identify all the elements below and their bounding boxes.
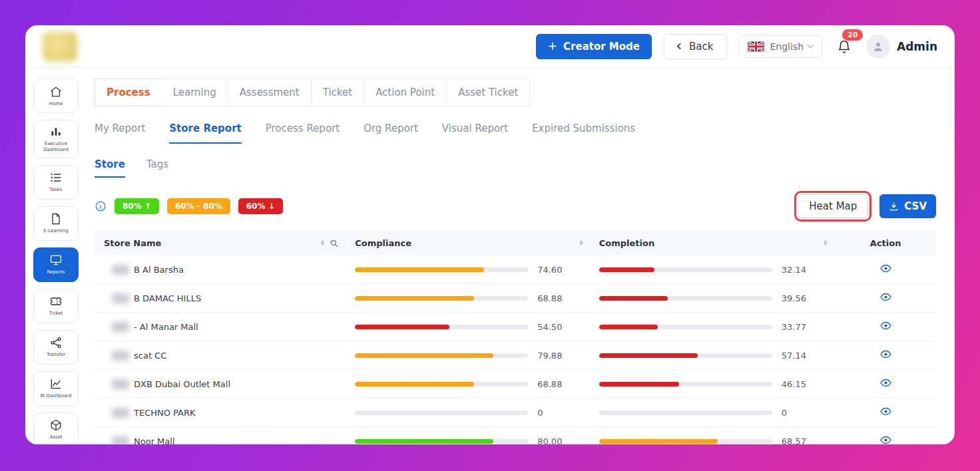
sidebar-item-asset[interactable]: Asset [33, 412, 79, 445]
back-label: Back [689, 41, 713, 53]
tab-assessment[interactable]: Assessment [228, 79, 312, 106]
redacted-store-prefix [112, 322, 129, 332]
completion-bar [599, 439, 772, 444]
view-eye-icon[interactable] [880, 406, 891, 417]
compliance-bar [355, 382, 528, 387]
bell-icon [837, 39, 852, 55]
plus-icon: + [548, 41, 557, 52]
info-icon[interactable] [95, 200, 107, 212]
language-label: English [770, 41, 804, 52]
view-eye-icon[interactable] [880, 291, 891, 303]
redacted-store-prefix [112, 436, 129, 445]
task-list-icon [49, 171, 63, 184]
tab-asset-ticket[interactable]: Asset Ticket [447, 79, 529, 106]
store-tag-tabs: Store Tags [95, 158, 936, 178]
heat-map-button[interactable]: Heat Map [798, 194, 868, 218]
compliance-bar [355, 325, 528, 329]
view-eye-icon[interactable] [880, 349, 891, 360]
chevron-left-icon [677, 43, 684, 50]
tab-process[interactable]: Process [95, 78, 162, 106]
sidebar-item-reports[interactable]: Reports [33, 247, 79, 282]
language-selector[interactable]: English [739, 35, 822, 58]
sidebar-item-tasks[interactable]: Tasks [33, 165, 79, 200]
completion-value: 57.14 [782, 351, 811, 361]
notifications-button[interactable]: 20 [837, 39, 852, 55]
sidebar-item-elearning[interactable]: E-Learning [33, 206, 79, 241]
header-compliance: Compliance ▲▼ [347, 231, 591, 255]
table-row: Noor Mall 80.00 68.57 [95, 427, 936, 445]
compliance-value: 54.50 [537, 322, 567, 332]
view-eye-icon[interactable] [880, 434, 891, 444]
compliance-bar [355, 410, 528, 415]
view-eye-icon[interactable] [880, 320, 891, 331]
sidebar-item-ticket[interactable]: Ticket [33, 289, 79, 323]
store-name: scat CC [134, 351, 166, 361]
store-name: B Al Barsha [134, 265, 184, 275]
store-name: Noor Mall [134, 436, 175, 445]
app-window: + Creator Mode Back English 20 [25, 25, 955, 444]
tab-store[interactable]: Store [95, 158, 125, 178]
person-icon [872, 41, 884, 53]
sidebar-item-home[interactable]: Home [33, 78, 79, 113]
creator-mode-label: Creator Mode [563, 41, 640, 53]
tab-store-report[interactable]: Store Report [169, 122, 241, 144]
sort-icon[interactable]: ▲▼ [824, 241, 827, 246]
chevron-down-icon [807, 42, 814, 49]
table-row: scat CC 79.88 57.14 [95, 341, 936, 370]
csv-export-button[interactable]: CSV [879, 194, 936, 218]
compliance-bar [355, 296, 528, 301]
trend-chart-icon [49, 377, 63, 391]
redacted-store-prefix [112, 351, 129, 361]
header-store-name: Store Name ▲▼ [95, 231, 347, 255]
tab-learning[interactable]: Learning [162, 79, 228, 106]
user-name: Admin [897, 40, 937, 53]
tab-tags[interactable]: Tags [146, 158, 168, 178]
completion-bar [599, 353, 772, 358]
sidebar-item-executive-dashboard[interactable]: Executive Dashboard [33, 120, 79, 158]
completion-bar [599, 382, 772, 387]
redacted-store-prefix [112, 379, 129, 389]
tab-ticket[interactable]: Ticket [312, 79, 364, 106]
completion-value: 68.57 [782, 436, 811, 445]
notification-badge: 20 [842, 29, 863, 41]
table-header-row: Store Name ▲▼ Com [95, 231, 936, 255]
home-icon [49, 85, 63, 98]
store-name: - Al Manar Mall [134, 322, 198, 332]
tab-process-report[interactable]: Process Report [266, 122, 340, 144]
compliance-value: 80.00 [537, 436, 567, 445]
completion-bar [599, 296, 772, 301]
tab-org-report[interactable]: Org Report [364, 122, 418, 144]
store-report-table: Store Name ▲▼ Com [95, 231, 936, 444]
report-tabs: My Report Store Report Process Report Or… [95, 122, 936, 144]
redacted-store-prefix [112, 408, 129, 418]
sort-icon[interactable]: ▲▼ [321, 241, 324, 246]
creator-mode-button[interactable]: + Creator Mode [536, 34, 652, 59]
view-eye-icon[interactable] [880, 263, 891, 274]
heat-map-annotation-highlight: Heat Map [794, 191, 871, 222]
uk-flag-icon [748, 41, 764, 52]
completion-bar [599, 410, 772, 415]
view-eye-icon[interactable] [880, 377, 891, 389]
user-menu[interactable]: Admin [866, 35, 937, 59]
completion-bar [599, 267, 772, 272]
table-row: - Al Manar Mall 54.50 33.77 [95, 313, 936, 341]
ticket-icon [49, 295, 63, 308]
completion-value: 46.15 [782, 379, 811, 389]
completion-value: 39.56 [782, 293, 811, 303]
tab-action-point[interactable]: Action Point [364, 79, 447, 106]
search-icon[interactable] [330, 239, 339, 248]
tab-expired-submissions[interactable]: Expired Submissions [532, 122, 635, 144]
sort-icon[interactable]: ▲▼ [579, 241, 583, 246]
csv-label: CSV [904, 200, 927, 212]
header-action: Action [835, 231, 936, 255]
sidebar-item-transfer[interactable]: Transfer [33, 330, 79, 365]
tab-visual-report[interactable]: Visual Report [442, 122, 508, 144]
tab-my-report[interactable]: My Report [95, 122, 145, 144]
back-button[interactable]: Back [664, 34, 727, 59]
sidebar-item-bi-dashboard[interactable]: BI Dashboard [33, 371, 79, 406]
app-logo [43, 32, 77, 61]
legend-mid-badge: 60% - 80% [167, 198, 230, 214]
sidebar: Home Executive Dashboard Tasks E-Learnin… [33, 78, 79, 444]
completion-bar [599, 325, 772, 329]
legend-low-badge: 60% ↓ [238, 198, 283, 214]
